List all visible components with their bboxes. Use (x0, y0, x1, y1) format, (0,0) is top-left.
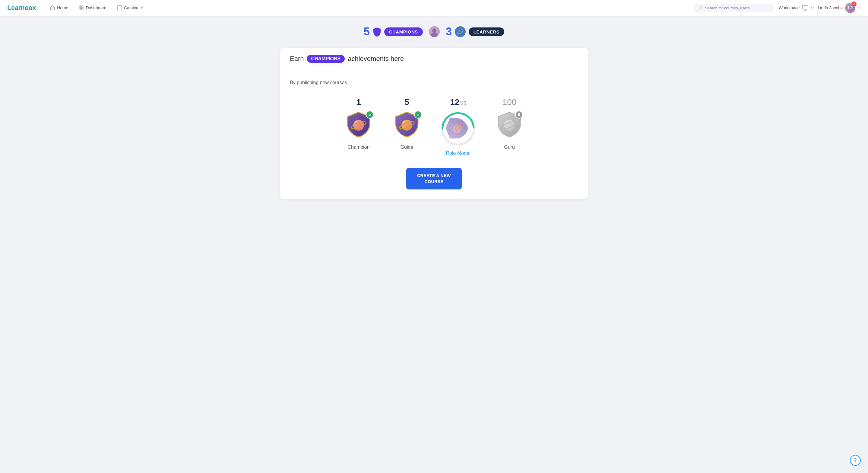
workspace-chevron-icon (811, 6, 814, 9)
nav-links: Home Dashboard Catalog ▼ (45, 3, 694, 12)
nav-home[interactable]: Home (45, 3, 72, 12)
stats-row: 5 CHAMPIONS 3 LEARNERS (280, 25, 588, 38)
avatar-wrapper: LJ 2 (845, 3, 855, 13)
navbar: Learnoox Home Dashboard Catalog ▼ Worksp… (0, 0, 868, 16)
user-avatar-icon (429, 26, 440, 37)
home-icon (50, 5, 55, 10)
svg-rect-0 (79, 6, 81, 7)
create-course-button[interactable]: CREATE A NEWCOURSE (406, 168, 462, 189)
cta-container: CREATE A NEWCOURSE (290, 168, 578, 189)
svg-point-18 (403, 121, 405, 123)
guru-count: 100 (502, 97, 517, 107)
user-name: Linda Jacobs (818, 5, 843, 10)
card-header: Earn CHAMPIONS achievements here (280, 48, 588, 70)
nav-right: Workspace Linda Jacobs LJ 2 (779, 3, 861, 13)
header-champions-badge: CHAMPIONS (307, 55, 345, 63)
catalog-dropdown-arrow: ▼ (140, 6, 143, 10)
avatar-between (429, 26, 440, 37)
search-bar[interactable] (694, 4, 773, 12)
svg-rect-2 (79, 8, 81, 10)
svg-rect-1 (82, 6, 83, 7)
section-title: By publishing new courses (290, 80, 578, 85)
user-info[interactable]: Linda Jacobs LJ 2 (818, 3, 861, 13)
planet-icon (456, 28, 464, 36)
svg-rect-6 (803, 5, 808, 9)
badge-guru: 100 (494, 97, 525, 150)
badge-champion: 1 (343, 97, 374, 150)
svg-line-5 (702, 8, 702, 9)
user-chevron-icon (858, 6, 861, 9)
guide-count: 5 (404, 97, 409, 107)
role-model-shield-wrapper (446, 115, 470, 143)
champions-badge-label: CHAMPIONS (384, 27, 423, 36)
learners-planet-icon (455, 26, 466, 37)
guide-visual (392, 111, 422, 141)
nav-dashboard[interactable]: Dashboard (74, 3, 111, 12)
workspace-icon (802, 4, 809, 11)
notification-badge: 2 (852, 1, 857, 6)
learners-badge-label: LEARNERS (469, 27, 504, 36)
learners-count: 3 (446, 25, 452, 38)
guru-lock-icon (515, 111, 523, 119)
champion-label: Champion (348, 145, 370, 150)
search-icon (699, 6, 703, 10)
catalog-icon (117, 5, 122, 10)
champions-count: 5 (364, 25, 370, 38)
svg-point-8 (432, 28, 436, 33)
guru-label: Guru (504, 145, 515, 150)
champions-stat: 5 CHAMPIONS (364, 25, 423, 38)
svg-rect-24 (518, 114, 520, 116)
role-model-progress-ring (440, 111, 476, 147)
role-model-shield-svg (445, 116, 471, 140)
guide-check-icon (414, 111, 422, 119)
logo[interactable]: Learnoox (7, 4, 36, 12)
svg-rect-3 (82, 8, 83, 10)
learners-stat: 3 LEARNERS (446, 25, 504, 38)
workspace-button[interactable]: Workspace (779, 4, 814, 11)
nav-catalog[interactable]: Catalog ▼ (113, 3, 148, 12)
svg-point-9 (431, 32, 438, 37)
champions-shield-icon (373, 27, 381, 36)
badge-guide: 5 (392, 97, 422, 150)
champion-visual (343, 111, 374, 141)
achievements-card: Earn CHAMPIONS achievements here By publ… (280, 48, 588, 199)
card-body: By publishing new courses 1 (280, 70, 588, 199)
svg-point-4 (699, 6, 702, 9)
main-content: 5 CHAMPIONS 3 LEARNERS (268, 16, 600, 209)
svg-point-15 (361, 127, 362, 129)
svg-point-14 (355, 121, 356, 123)
dashboard-icon (79, 5, 84, 10)
badges-row: 1 (290, 97, 578, 156)
champion-check-icon (366, 111, 374, 119)
champion-count: 1 (356, 97, 361, 107)
guide-label: Guide (401, 145, 413, 150)
role-model-label: Role Model (446, 150, 470, 156)
search-input[interactable] (705, 6, 768, 10)
svg-point-19 (410, 127, 411, 128)
role-model-count: 12/25 (450, 97, 466, 107)
guru-visual (494, 111, 525, 141)
help-button[interactable]: ? (850, 455, 861, 466)
badge-role-model: 12/25 (440, 97, 476, 156)
